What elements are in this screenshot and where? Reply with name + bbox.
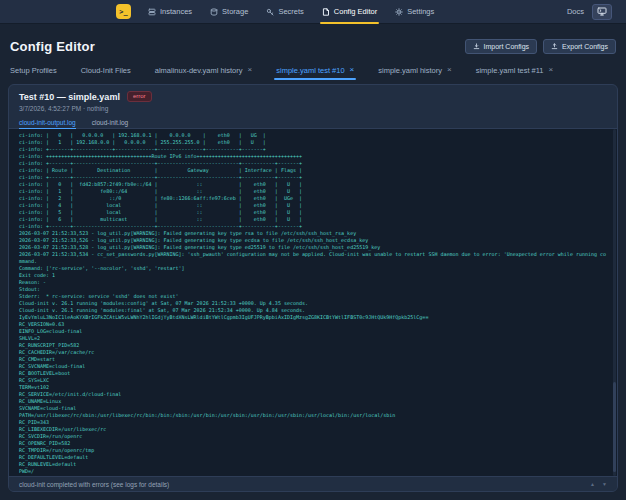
nav-item-config-editor[interactable]: Config Editor: [313, 0, 386, 24]
tab-simple-yaml-history[interactable]: simple.yaml history ×: [378, 60, 451, 80]
log-tab-bar: cloud-init-output.log cloud-init.log: [9, 116, 617, 129]
scrollbar-thumb[interactable]: [613, 382, 616, 472]
tab-almalinux-dev-history[interactable]: almalinux-dev.yaml history ×: [155, 60, 252, 80]
scrollbar-track[interactable]: [613, 129, 616, 476]
panel-header: Test #10 — simple.yaml error 3/7/2026, 4…: [9, 85, 617, 116]
docs-label: Docs: [567, 7, 584, 16]
secrets-icon: [266, 8, 274, 16]
log-tab-label: cloud-init-output.log: [19, 119, 76, 126]
tab-cloud-init-log[interactable]: cloud-init.log: [92, 116, 129, 129]
tab-label: simple.yaml test #11: [476, 66, 544, 75]
panel-title: Test #10 — simple.yaml: [19, 92, 120, 102]
console-button[interactable]: [592, 4, 612, 20]
test-result-panel: Test #10 — simple.yaml error 3/7/2026, 4…: [8, 84, 618, 492]
footer-status-text: cloud-init completed with errors (see lo…: [19, 481, 169, 488]
close-icon[interactable]: ×: [350, 66, 355, 74]
tab-simple-yaml-test-11[interactable]: simple.yaml test #11 ×: [476, 60, 553, 80]
log-viewer[interactable]: ci-info: | 0 | 0.0.0.0 | 192.168.0.1 | 0…: [9, 129, 617, 476]
instances-icon: [148, 8, 156, 16]
scroll-up-icon[interactable]: ▲: [590, 481, 595, 487]
nav-item-settings[interactable]: Settings: [386, 0, 443, 24]
import-configs-button[interactable]: Import Configs: [465, 39, 538, 54]
nav-item-label: Secrets: [278, 7, 303, 16]
nav-item-instances[interactable]: Instances: [139, 0, 201, 24]
settings-icon: [395, 8, 403, 16]
scroll-down-icon[interactable]: ▼: [602, 481, 607, 487]
nav-item-label: Instances: [160, 7, 192, 16]
tab-cloud-init-files[interactable]: Cloud-Init Files: [81, 60, 131, 80]
import-icon: [473, 43, 480, 50]
page-title: Config Editor: [10, 39, 95, 54]
panel-subtitle: 3/7/2026, 4:52:27 PM · nothing: [19, 105, 607, 112]
tab-setup-profiles[interactable]: Setup Profiles: [10, 60, 57, 80]
config-editor-icon: [322, 8, 330, 16]
log-tab-label: cloud-init.log: [92, 119, 129, 126]
terminal-output: ci-info: | 0 | 0.0.0.0 | 192.168.0.1 | 0…: [19, 132, 611, 476]
nav-item-secrets[interactable]: Secrets: [257, 0, 312, 24]
export-configs-label: Export Configs: [562, 43, 608, 50]
export-icon: [551, 43, 558, 50]
docs-icon: [555, 8, 563, 16]
status-badge: error: [127, 91, 152, 102]
top-navbar: >_ Instances Storage Secrets Config Edit…: [0, 0, 626, 24]
nav-item-storage[interactable]: Storage: [201, 0, 257, 24]
tab-label: Setup Profiles: [10, 66, 57, 75]
nav-item-label: Config Editor: [334, 7, 377, 16]
export-configs-button[interactable]: Export Configs: [543, 39, 616, 54]
storage-icon: [210, 8, 218, 16]
close-icon[interactable]: ×: [549, 66, 554, 74]
tab-simple-yaml-test-10[interactable]: simple.yaml test #10 ×: [276, 60, 354, 80]
tab-label: almalinux-dev.yaml history: [155, 66, 243, 75]
tab-label: simple.yaml history: [378, 66, 442, 75]
tab-label: simple.yaml test #10: [276, 66, 344, 75]
nav-item-label: Settings: [407, 7, 434, 16]
nav-item-label: Storage: [222, 7, 248, 16]
docs-link[interactable]: Docs: [555, 7, 584, 16]
import-configs-label: Import Configs: [484, 43, 530, 50]
tab-cloud-init-output-log[interactable]: cloud-init-output.log: [19, 116, 76, 129]
document-tab-bar: Setup Profiles Cloud-Init Files almalinu…: [0, 60, 626, 80]
page-header: Config Editor Import Configs Export Conf…: [0, 24, 626, 58]
close-icon[interactable]: ×: [447, 66, 452, 74]
app-logo[interactable]: >_: [116, 4, 131, 19]
panel-footer: cloud-init completed with errors (see lo…: [9, 476, 617, 491]
close-icon[interactable]: ×: [248, 66, 253, 74]
console-icon: [597, 7, 607, 16]
tab-label: Cloud-Init Files: [81, 66, 131, 75]
